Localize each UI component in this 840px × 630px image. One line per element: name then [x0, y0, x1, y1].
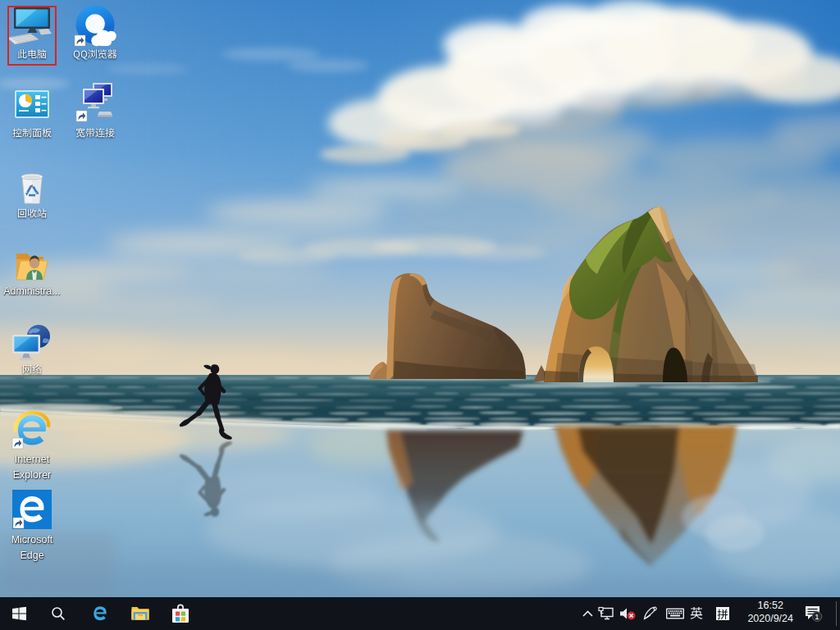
- svg-text:1: 1: [815, 612, 819, 621]
